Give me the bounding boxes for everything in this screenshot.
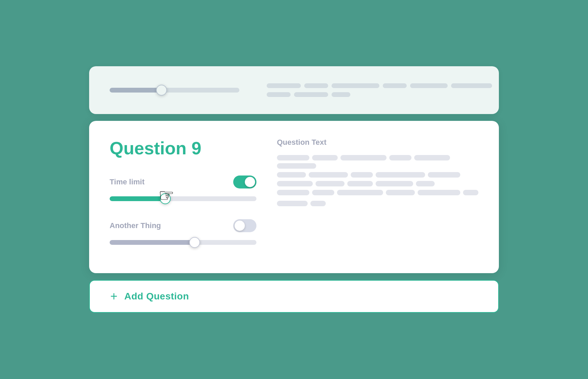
- skeleton-block: [310, 201, 326, 206]
- time-limit-toggle[interactable]: [233, 176, 256, 188]
- skeleton-block: [277, 163, 316, 169]
- question-text-skeletons: [277, 155, 478, 206]
- slider-track: [110, 196, 256, 201]
- skeleton-row-3: [277, 181, 478, 186]
- skeleton-block: [312, 155, 338, 160]
- question-title: Question 9: [110, 138, 256, 158]
- skeleton-block: [309, 172, 348, 178]
- skeleton-block: [386, 190, 415, 195]
- skeleton-block: [389, 155, 411, 160]
- top-slider[interactable]: [110, 87, 239, 94]
- skeleton-block: [277, 155, 309, 160]
- skeleton-block: [277, 172, 306, 178]
- skeleton-block: [277, 190, 309, 195]
- another-thing-slider[interactable]: [110, 239, 256, 246]
- gray-slider-track: [110, 240, 256, 245]
- slider-fill-green: [110, 196, 165, 201]
- top-card: [89, 66, 499, 114]
- slider-thumb-gray[interactable]: [189, 237, 200, 248]
- another-thing-toggle-track[interactable]: [233, 219, 256, 232]
- slider-thumb-green[interactable]: [160, 193, 171, 204]
- another-thing-row: Another Thing: [110, 219, 256, 232]
- skeleton-block: [416, 181, 435, 186]
- add-question-label: Add Question: [124, 291, 189, 302]
- plus-icon: +: [110, 290, 117, 303]
- skeleton-block: [312, 190, 334, 195]
- skeleton-block: [414, 155, 450, 160]
- skeleton-block: [428, 172, 460, 178]
- card-right: Question Text: [277, 138, 478, 256]
- another-thing-label: Another Thing: [110, 221, 161, 230]
- question-text-label: Question Text: [277, 138, 478, 147]
- top-slider-area: [110, 87, 246, 94]
- another-thing-toggle-thumb: [235, 221, 245, 231]
- question-card: Question 9 Time limit ☞: [89, 121, 499, 273]
- skeleton-block: [277, 201, 308, 206]
- add-question-button[interactable]: + Add Question: [89, 280, 499, 313]
- card-left: Question 9 Time limit ☞: [110, 138, 256, 256]
- skeleton-block: [347, 181, 373, 186]
- skeleton-block: [340, 155, 387, 160]
- slider-fill-gray: [110, 240, 195, 245]
- skeleton-block: [277, 181, 313, 186]
- skeleton-block: [351, 172, 373, 178]
- top-right-skeletons: [267, 83, 492, 97]
- time-limit-label: Time limit: [110, 178, 144, 186]
- time-limit-slider[interactable]: ☞: [110, 195, 256, 202]
- skeleton-block: [316, 181, 345, 186]
- skeleton-block: [463, 190, 478, 195]
- skeleton-block: [376, 172, 425, 178]
- skeleton-row-4: [277, 190, 478, 195]
- skeleton-block: [418, 190, 460, 195]
- skeleton-block: [337, 190, 383, 195]
- time-limit-toggle-track[interactable]: [233, 176, 256, 188]
- skeleton-row-1: [277, 155, 478, 169]
- skeleton-row-5: [277, 201, 478, 206]
- skeleton-block: [376, 181, 413, 186]
- time-limit-row: Time limit: [110, 176, 256, 188]
- time-limit-toggle-thumb: [245, 177, 255, 187]
- another-thing-toggle[interactable]: [233, 219, 256, 232]
- skeleton-row-2: [277, 172, 478, 178]
